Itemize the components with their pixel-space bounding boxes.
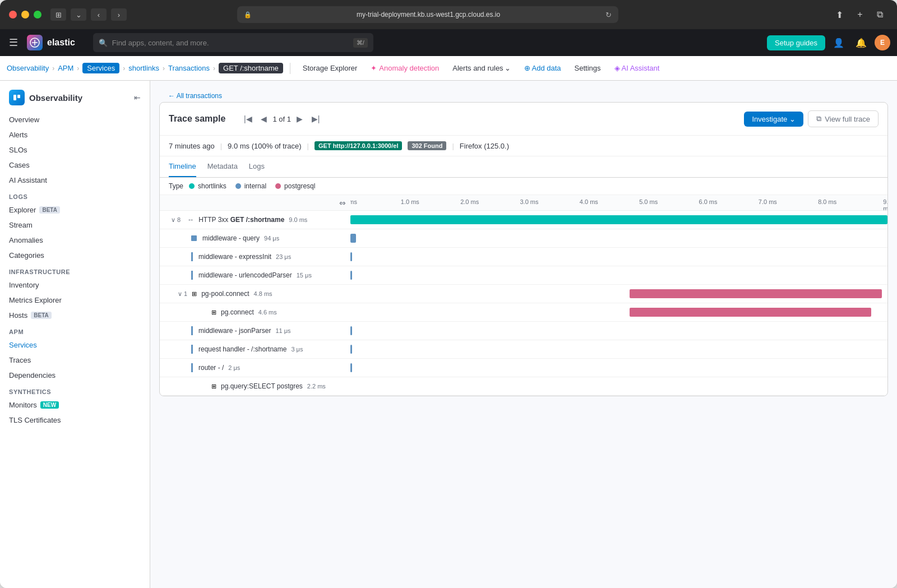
sidebar-item-dependencies[interactable]: Dependencies (0, 368, 150, 383)
sidebar-item-slos[interactable]: SLOs (0, 142, 150, 158)
close-button[interactable] (9, 11, 17, 18)
row-bar-request-small (191, 345, 193, 354)
search-bar[interactable]: 🔍 Find apps, content, and more. ⌘/ (93, 33, 373, 52)
tab-metadata[interactable]: Metadata (207, 156, 238, 177)
investigate-button[interactable]: Investigate ⌄ (744, 112, 803, 127)
row-text-request-handler: request handler - /:shortname (198, 345, 286, 353)
sidebar-item-metrics-explorer[interactable]: Metrics Explorer (0, 293, 150, 308)
sidebar-section-apm: APM (0, 323, 150, 337)
add-data-icon: ⊕ (524, 64, 530, 72)
anomaly-detection-btn[interactable]: ✦Anomaly detection (365, 62, 445, 75)
title-bar-right: ⬆ + ⧉ (832, 7, 888, 22)
tab-timeline[interactable]: Timeline (169, 156, 196, 177)
http-icon: ↔ (187, 216, 194, 224)
sidebar-item-categories[interactable]: Categories (0, 248, 150, 263)
row-bar-json-parser (350, 322, 887, 340)
nav-crumb-shortlinks[interactable]: shortlinks (128, 64, 159, 72)
main-content: Observability ⇤ Overview Alerts SLOs Cas… (0, 81, 897, 588)
address-bar[interactable]: 🔒 my-trial-deployment.kb.us-west1.gcp.cl… (237, 6, 618, 23)
hosts-beta-badge: BETA (31, 312, 51, 319)
row-text-pg-connect: pg.connect (221, 308, 254, 316)
alerts-rules-btn[interactable]: Alerts and rules ⌄ (447, 62, 516, 75)
sidebar-collapse-button[interactable]: ⇤ (134, 93, 141, 102)
browser-info: Firefox (125.0.) (460, 142, 509, 150)
content-pane: ← All transactions Trace sample |◀ ◀ 1 o… (150, 81, 897, 588)
row-bar-pg-query (350, 377, 887, 395)
sidebar-item-anomalies[interactable]: Anomalies (0, 233, 150, 248)
nav-crumb-apm[interactable]: APM (58, 64, 73, 72)
expand-btn-pg-pool[interactable]: ∨ 1 (175, 290, 189, 298)
expand-btn-http[interactable]: ∨ 8 (169, 216, 183, 224)
sidebar-item-monitors[interactable]: Monitors NEW (0, 397, 150, 413)
sidebar-item-inventory[interactable]: Inventory (0, 277, 150, 293)
sidebar-section-infrastructure: Infrastructure (0, 263, 150, 277)
back-button[interactable]: ‹ (91, 8, 107, 21)
sidebar-toggle-button[interactable]: ⊞ (50, 8, 66, 21)
legend-row: Type shortlinks internal postgresql (160, 178, 887, 195)
row-label-request-handler: request handler - /:shortname 3 μs (160, 342, 350, 356)
sidebar-item-services[interactable]: Services (0, 337, 150, 353)
sidebar-item-cases-label: Cases (9, 161, 30, 169)
page-first-button[interactable]: |◀ (241, 112, 255, 126)
tab-logs[interactable]: Logs (249, 156, 265, 177)
user-avatar[interactable]: E (875, 35, 890, 50)
page-last-button[interactable]: ▶| (309, 112, 322, 126)
reload-icon[interactable]: ↻ (605, 11, 612, 19)
storage-explorer-btn[interactable]: Storage Explorer (297, 62, 363, 75)
nav-crumb-transactions[interactable]: Transactions (168, 64, 210, 72)
row-bar-request-handler (350, 340, 887, 358)
sidebar-section-logs: Logs (0, 188, 150, 202)
row-timing-pg-connect: 4.6 ms (258, 309, 277, 316)
row-bar-urlencoded (350, 266, 887, 284)
setup-guides-button[interactable]: Setup guides (767, 35, 825, 50)
notifications-icon[interactable]: 🔔 (852, 34, 870, 52)
row-timing-pg-query: 2.2 ms (307, 383, 326, 390)
all-transactions-link[interactable]: ← All transactions (159, 90, 888, 102)
method-badge: GET http://127.0.0.1:3000/el (315, 141, 402, 150)
chevron-down-icon: ⌄ (505, 64, 511, 72)
sidebar-item-hosts[interactable]: Hosts BETA (0, 308, 150, 323)
sidebar-item-cases[interactable]: Cases (0, 158, 150, 173)
page-next-button[interactable]: ▶ (293, 112, 307, 126)
row-text-pg-pool: pg-pool.connect (201, 290, 249, 298)
row-text-json-parser: middleware - jsonParser (198, 327, 271, 335)
minimize-button[interactable] (21, 11, 29, 18)
header-right: Investigate ⌄ ⧉ View full trace (744, 110, 878, 127)
page-prev-button[interactable]: ◀ (257, 112, 270, 126)
new-tab-button[interactable]: + (852, 7, 868, 22)
ai-icon: ◈ (614, 64, 620, 72)
sidebar-item-stream[interactable]: Stream (0, 217, 150, 233)
sidebar-item-tls-certificates[interactable]: TLS Certificates (0, 413, 150, 428)
traffic-lights (9, 11, 41, 18)
window-button[interactable]: ⧉ (872, 7, 888, 22)
pg-connect-icon: ⊞ (211, 309, 216, 316)
row-text-urlencoded: middleware - urlencodedParser (198, 271, 292, 279)
settings-btn[interactable]: Settings (569, 62, 607, 75)
help-icon[interactable]: 👤 (830, 34, 848, 52)
sidebar-item-overview[interactable]: Overview (0, 112, 150, 127)
sidebar-item-traces[interactable]: Traces (0, 353, 150, 368)
sidebar-item-ai-assistant[interactable]: AI Assistant (0, 173, 150, 188)
row-bar-router-small (191, 363, 193, 372)
add-data-btn[interactable]: ⊕ Add data (519, 62, 567, 75)
sidebar-toggle-arrow[interactable]: ⌄ (71, 8, 86, 21)
filter-icon[interactable]: ⇔ (339, 198, 346, 207)
ai-assistant-btn[interactable]: ◈ AI Assistant (609, 62, 665, 75)
row-label-http: ∨ 8 ↔ HTTP 3xx GET /:shortname 9.0 ms (160, 214, 350, 226)
hamburger-menu[interactable]: ☰ (7, 34, 20, 51)
legend-dot-shortlinks (189, 183, 195, 189)
search-shortcut: ⌘/ (353, 38, 368, 48)
nav-crumb-observability[interactable]: Observability (7, 64, 49, 72)
row-bar-express-init (350, 248, 887, 266)
sidebar-item-alerts[interactable]: Alerts (0, 127, 150, 142)
filter-icon-area: ⇔ (160, 195, 350, 210)
row-timing-http: 9.0 ms (289, 216, 307, 223)
sidebar-item-explorer[interactable]: Explorer BETA (0, 202, 150, 217)
nav-crumb-get-shortname[interactable]: GET /:shortname (219, 63, 283, 73)
forward-button[interactable]: › (111, 8, 127, 21)
view-full-trace-button[interactable]: ⧉ View full trace (808, 110, 878, 127)
maximize-button[interactable] (34, 11, 41, 18)
row-timing-pg-pool: 4.8 ms (254, 290, 272, 297)
nav-crumb-services[interactable]: Services (82, 63, 119, 73)
share-button[interactable]: ⬆ (832, 7, 848, 22)
